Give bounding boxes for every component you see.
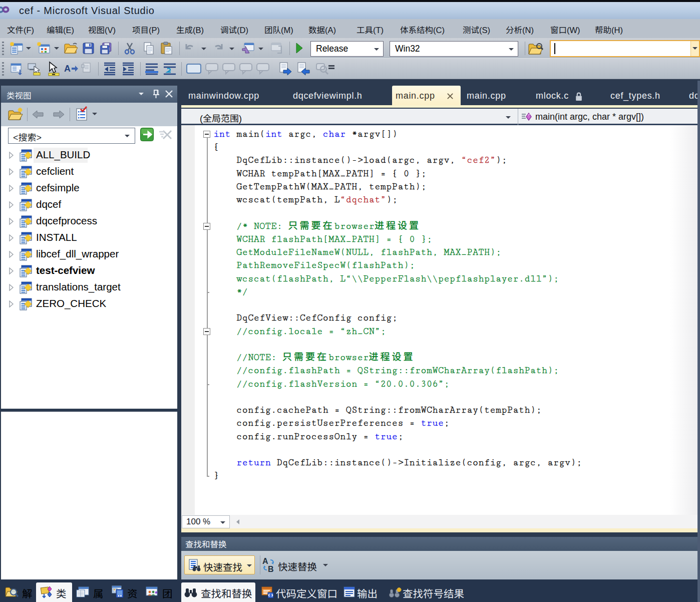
svg-text:B: B — [268, 565, 274, 573]
svg-text:A: A — [64, 64, 71, 74]
svg-text:A: A — [262, 557, 268, 565]
